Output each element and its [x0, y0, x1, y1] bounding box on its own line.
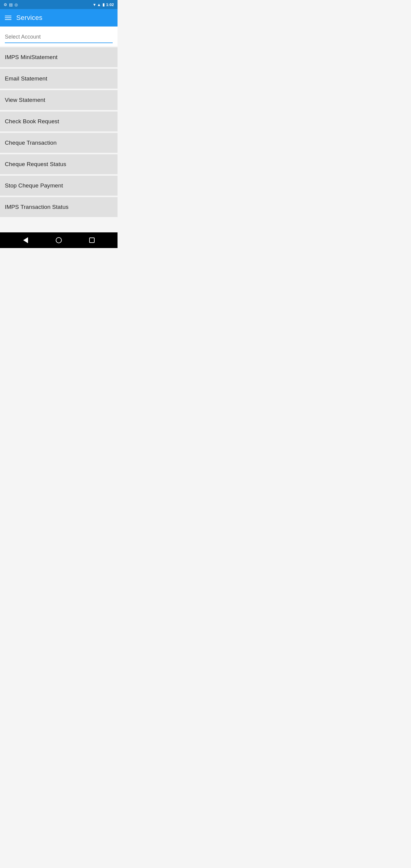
app-bar: Services: [0, 9, 118, 27]
hamburger-menu-icon[interactable]: [5, 16, 11, 20]
status-bar-right: ▾ ▲ ▮ 1:02: [93, 2, 114, 7]
menu-item-imps-transaction-status[interactable]: IMPS Transaction Status: [0, 197, 118, 218]
wifi-icon: ▾: [93, 2, 96, 7]
home-icon: [56, 237, 62, 243]
menu-item-cheque-request-status[interactable]: Cheque Request Status: [0, 154, 118, 175]
status-bar: ⚙ ▤ ◎ ▾ ▲ ▮ 1:02: [0, 0, 118, 9]
recents-button[interactable]: [87, 235, 97, 246]
home-button[interactable]: [53, 235, 64, 246]
recents-icon: [89, 238, 95, 243]
status-bar-left: ⚙ ▤ ◎: [4, 2, 18, 7]
menu-item-imps-mini-statement[interactable]: IMPS MiniStatement: [0, 47, 118, 68]
battery-icon: ▮: [102, 2, 104, 7]
bottom-nav-bar: [0, 232, 118, 248]
back-icon: [23, 237, 28, 243]
menu-item-stop-cheque-payment[interactable]: Stop Cheque Payment: [0, 176, 118, 196]
signal-icon: ▲: [97, 2, 101, 7]
select-account-input[interactable]: [5, 33, 113, 43]
menu-item-check-book-request[interactable]: Check Book Request: [0, 112, 118, 132]
back-button[interactable]: [20, 235, 31, 246]
page-title: Services: [16, 14, 42, 22]
settings-icon: ⚙: [4, 2, 7, 7]
sim-icon: ▤: [9, 2, 13, 7]
select-account-section: [0, 27, 118, 46]
content-area: IMPS MiniStatement Email Statement View …: [0, 27, 118, 232]
menu-item-email-statement[interactable]: Email Statement: [0, 69, 118, 89]
time-display: 1:02: [106, 2, 114, 7]
wifi-calling-icon: ◎: [14, 2, 18, 7]
spacer: [0, 218, 118, 232]
menu-list: IMPS MiniStatement Email Statement View …: [0, 47, 118, 218]
menu-item-cheque-transaction[interactable]: Cheque Transaction: [0, 133, 118, 153]
menu-item-view-statement[interactable]: View Statement: [0, 90, 118, 111]
